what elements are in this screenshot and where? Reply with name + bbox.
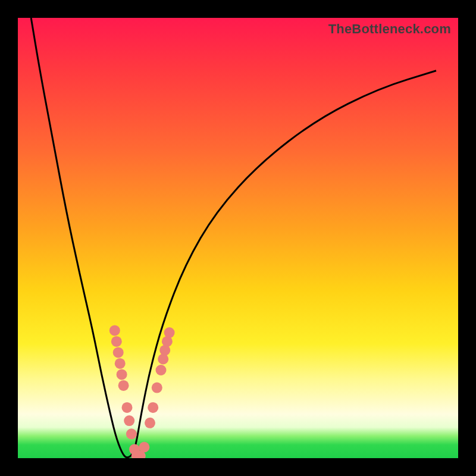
- bottleneck-curve: [31, 18, 436, 458]
- marker-dot: [113, 347, 124, 358]
- marker-dot: [115, 358, 126, 369]
- marker-dot: [122, 402, 133, 413]
- marker-group: [109, 325, 175, 458]
- marker-dot: [158, 354, 168, 365]
- chart-frame: TheBottleneck.com: [0, 0, 476, 476]
- marker-dot: [111, 336, 122, 347]
- marker-dot: [148, 402, 158, 413]
- marker-dot: [124, 415, 134, 426]
- plot-area: TheBottleneck.com: [18, 18, 458, 458]
- curve-layer: [18, 18, 458, 458]
- marker-dot: [118, 380, 129, 391]
- marker-dot: [152, 383, 162, 393]
- marker-dot: [164, 327, 175, 338]
- marker-dot: [109, 325, 120, 336]
- marker-dot: [145, 418, 155, 428]
- marker-dot: [126, 428, 137, 439]
- marker-dot: [117, 369, 127, 380]
- marker-dot: [156, 365, 167, 375]
- marker-dot: [139, 442, 149, 453]
